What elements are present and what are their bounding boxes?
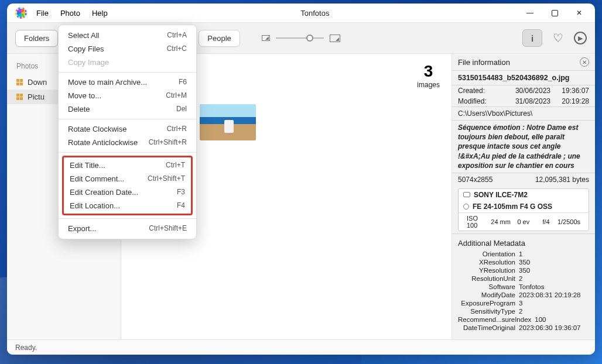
play-button[interactable]: ▶ <box>574 32 587 44</box>
menu-item-shortcut: Ctrl+Shift+R <box>149 138 187 147</box>
close-button[interactable]: ✕ <box>567 5 591 21</box>
window-title: Tonfotos <box>112 9 518 18</box>
people-button[interactable]: People <box>199 30 240 47</box>
menu-item: Copy Image <box>59 56 196 69</box>
exif-ev: 0 ev <box>512 218 535 225</box>
info-panel: File information ✕ 53150154483_b52043689… <box>452 54 595 339</box>
metadata-value: 2023:06:30 19:36:07 <box>519 324 589 331</box>
menu-item[interactable]: Move to...Ctrl+M <box>59 89 196 102</box>
menu-item[interactable]: Edit Title...Ctrl+T <box>64 159 191 172</box>
menu-item-shortcut: Ctrl+M <box>166 91 187 100</box>
metadata-value: 100 <box>535 316 589 323</box>
metadata-title: Additional Metadata <box>452 234 595 250</box>
zoom-slider-thumb[interactable] <box>306 35 313 42</box>
created-date: 30/06/2023 <box>493 87 550 95</box>
zoom-control <box>262 35 340 42</box>
menu-item-shortcut: Ctrl+C <box>167 44 187 53</box>
lens-model: FE 24-105mm F4 G OSS <box>473 202 552 211</box>
app-window: File Photo Help Tonfotos — ✕ Folders Peo… <box>7 4 595 355</box>
folders-button[interactable]: Folders <box>15 30 58 47</box>
camera-model: SONY ILCE-7M2 <box>474 191 528 199</box>
menu-item-label: Edit Comment... <box>70 174 124 183</box>
menu-file[interactable]: File <box>32 6 53 20</box>
menu-item[interactable]: Edit Creation Date...F3 <box>64 186 191 199</box>
menubar: File Photo Help <box>32 6 112 20</box>
menu-item-label: Edit Location... <box>70 201 120 210</box>
metadata-key: ModifyDate <box>458 291 519 298</box>
menu-item-label: Rotate Clockwise <box>68 125 126 133</box>
maximize-button[interactable] <box>542 5 567 21</box>
metadata-key: ExposureProgram <box>458 300 519 307</box>
thumbnail-2[interactable] <box>200 104 256 140</box>
app-icon <box>15 7 27 19</box>
folder-grid-icon <box>16 79 23 85</box>
info-toggle-button[interactable]: i <box>522 29 542 47</box>
metadata-value: 1 <box>519 250 589 257</box>
metadata-row: YResolution350 <box>452 266 595 274</box>
metadata-key: YResolution <box>458 267 519 274</box>
menu-item-shortcut: F4 <box>177 201 185 210</box>
metadata-row: XResolution350 <box>452 258 595 266</box>
info-close-button[interactable]: ✕ <box>580 57 589 67</box>
menu-item-label: Copy Image <box>68 58 109 67</box>
metadata-row: SensitivityType2 <box>452 307 595 315</box>
menu-photo[interactable]: Photo <box>56 6 85 20</box>
image-count-label: images <box>417 81 440 89</box>
modified-date: 31/08/2023 <box>493 97 550 105</box>
zoom-slider[interactable] <box>276 37 324 39</box>
file-path: C:\Users\Vbox\Pictures\ <box>452 107 595 120</box>
metadata-row: Recommend...sureIndex100 <box>452 315 595 324</box>
metadata-row: ExposureProgram3 <box>452 299 595 307</box>
status-text: Ready. <box>15 344 37 352</box>
menu-item[interactable]: Rotate AnticlockwiseCtrl+Shift+R <box>59 136 196 149</box>
menu-item-label: Copy Files <box>68 44 104 53</box>
metadata-value: Tonfotos <box>519 283 589 290</box>
metadata-value: 2023:08:31 20:19:28 <box>519 291 589 298</box>
modified-time: 20:19:28 <box>550 97 589 105</box>
metadata-row: Orientation1 <box>452 250 595 258</box>
dimensions: 5074x2855 <box>458 176 492 184</box>
menu-item[interactable]: Select AllCtrl+A <box>59 29 196 42</box>
menu-item-label: Delete <box>68 105 90 114</box>
menu-item-shortcut: Ctrl+R <box>167 125 187 133</box>
menu-item-label: Export... <box>68 224 96 233</box>
metadata-row: DateTimeOriginal2023:06:30 19:36:07 <box>452 324 595 332</box>
exif-shutter: 1/2500s <box>557 218 584 225</box>
titlebar: File Photo Help Tonfotos — ✕ <box>7 4 595 22</box>
menu-item-label: Rotate Anticlockwise <box>68 138 138 147</box>
statusbar: Ready. <box>7 339 595 355</box>
camera-box: SONY ILCE-7M2 FE 24-105mm F4 G OSS ISO 1… <box>458 188 589 231</box>
metadata-value: 350 <box>519 267 589 274</box>
close-icon: ✕ <box>582 59 587 66</box>
thumb-small-icon <box>262 35 270 41</box>
menu-item[interactable]: Copy FilesCtrl+C <box>59 42 196 56</box>
lens-icon <box>463 204 469 210</box>
menu-item[interactable]: Export...Ctrl+Shift+E <box>59 222 196 235</box>
metadata-key: Orientation <box>458 250 519 257</box>
minimize-button[interactable]: — <box>518 5 542 21</box>
metadata-value: 350 <box>519 259 589 266</box>
menu-item[interactable]: Rotate ClockwiseCtrl+R <box>59 122 196 136</box>
metadata-row: ResolutionUnit2 <box>452 274 595 283</box>
metadata-key: ResolutionUnit <box>458 275 519 282</box>
menu-item-shortcut: F6 <box>179 78 187 87</box>
menu-item-label: Edit Title... <box>70 161 105 170</box>
favorite-button[interactable]: ♡ <box>553 31 563 45</box>
menu-item[interactable]: Move to main Archive...F6 <box>59 75 196 89</box>
menu-item-label: Move to... <box>68 91 101 100</box>
menu-item[interactable]: DeleteDel <box>59 102 196 116</box>
play-icon: ▶ <box>578 35 583 42</box>
menu-item[interactable]: Edit Location...F4 <box>64 199 191 212</box>
metadata-key: Recommend...sureIndex <box>458 316 535 323</box>
photo-menu-dropdown: Select AllCtrl+ACopy FilesCtrl+CCopy Ima… <box>58 25 197 239</box>
menu-help[interactable]: Help <box>87 6 112 20</box>
metadata-value: 2 <box>519 308 589 315</box>
menu-item-shortcut: Ctrl+A <box>167 31 187 40</box>
image-count: 3 images <box>417 62 440 89</box>
modified-label: Modified: <box>458 97 493 105</box>
menu-item-shortcut: Del <box>176 105 187 114</box>
filesize: 12,095,381 bytes <box>535 176 589 184</box>
menu-item-label: Move to main Archive... <box>68 78 147 87</box>
exif-iso: ISO 100 <box>463 215 490 229</box>
menu-item[interactable]: Edit Comment...Ctrl+Shift+T <box>64 172 191 186</box>
